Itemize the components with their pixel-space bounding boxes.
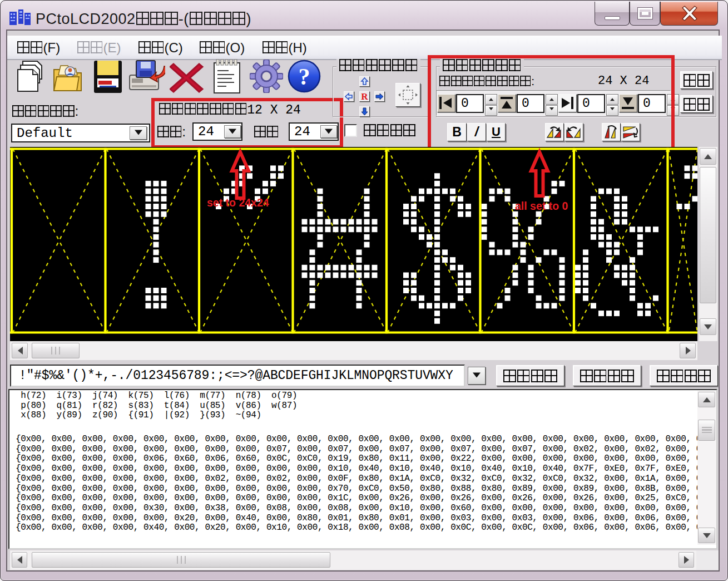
svg-text:set to 24x24: set to 24x24 <box>207 196 269 209</box>
svg-text:?: ? <box>299 64 310 90</box>
svg-text:all set to 0: all set to 0 <box>515 200 568 212</box>
